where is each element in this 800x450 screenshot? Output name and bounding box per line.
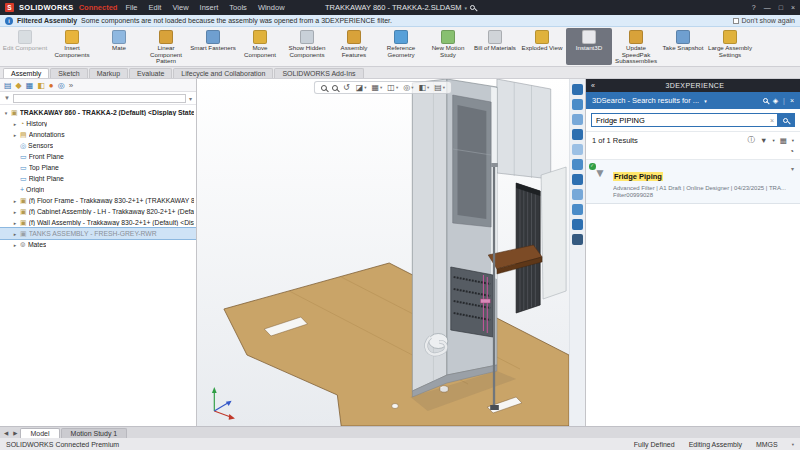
menu-item[interactable]: Window [255, 3, 288, 12]
zoom-fit-icon[interactable] [321, 85, 327, 91]
3dx-app-icon[interactable] [572, 129, 583, 140]
tree-expand-arrow-icon[interactable]: ▸ [12, 121, 18, 127]
3dx-app-icon[interactable] [572, 144, 583, 155]
tree-expand-arrow-icon[interactable]: ▸ [12, 209, 18, 215]
manager-pane-tab-icon[interactable]: ▦ [26, 81, 34, 90]
results-info-icon[interactable]: ⓘ [747, 135, 755, 145]
ribbon-button[interactable]: Show Hidden Components [284, 28, 330, 65]
ribbon-button[interactable]: Instant3D [566, 28, 612, 65]
tree-item[interactable]: ▸ ⊚ Mates [0, 239, 196, 250]
3dx-app-icon[interactable] [572, 189, 583, 200]
assembly-3d-model[interactable] [197, 79, 569, 426]
3dsearch-close-icon[interactable]: × [790, 97, 794, 104]
results-filter-icon[interactable]: ▼ [760, 136, 767, 145]
result-title[interactable]: Fridge Piping [613, 172, 663, 181]
maximize-button[interactable]: □ [779, 4, 783, 11]
command-tab[interactable]: Markup [89, 68, 128, 78]
tabs-forward-icon[interactable]: ▶ [11, 430, 19, 436]
3dx-app-icon[interactable] [572, 204, 583, 215]
tree-expand-arrow-icon[interactable]: ▾ [3, 110, 9, 116]
tree-item[interactable]: ▸ ▣ TANKS ASSEMBLY - FRESH-GREY-RWR [0, 228, 196, 239]
view-tool-button[interactable]: ◧ ▾ [418, 83, 429, 92]
view-tool-button[interactable]: ▤ ▾ [434, 83, 445, 92]
graphics-viewport[interactable]: ↺ ◪ ▾ ▦ ▾ ◫ ▾ ◎ ▾ ◧ [197, 79, 569, 426]
minimize-button[interactable]: — [764, 4, 771, 11]
dont-show-again-checkbox[interactable] [733, 18, 739, 24]
command-tab[interactable]: Sketch [50, 68, 87, 78]
ribbon-button[interactable]: Insert Components [49, 28, 95, 65]
titlebar-search-icon[interactable] [470, 5, 475, 10]
search-clear-icon[interactable]: × [767, 117, 777, 124]
units-chevron-icon[interactable]: ▾ [792, 442, 794, 447]
tree-item[interactable]: ▸ ▤ Annotations [0, 129, 196, 140]
tree-item[interactable]: ▭ Top Plane [0, 162, 196, 173]
tree-expand-arrow-icon[interactable]: ▸ [12, 231, 18, 237]
tabs-back-icon[interactable]: ◀ [2, 430, 10, 436]
3dx-app-icon[interactable] [572, 234, 583, 245]
3dx-app-icon[interactable] [572, 84, 583, 95]
3dx-app-icon[interactable] [572, 159, 583, 170]
ribbon-button[interactable]: Update SpeedPak Subassemblies [613, 28, 659, 65]
3dx-app-icon[interactable] [572, 174, 583, 185]
command-tab[interactable]: SOLIDWORKS Add-Ins [274, 68, 363, 78]
model-tab[interactable]: Motion Study 1 [61, 428, 128, 438]
menu-item[interactable]: View [169, 3, 191, 12]
search-result-card[interactable]: ▼ ✓ Fridge Piping Advanced Filter | A1 D… [586, 160, 800, 204]
view-tool-button[interactable]: ◫ ▾ [387, 83, 398, 92]
ribbon-button[interactable]: Edit Component [2, 28, 48, 65]
3dsearch-search-icon[interactable] [763, 98, 768, 103]
ribbon-button[interactable]: Take Snapshot [660, 28, 706, 65]
menu-item[interactable]: Tools [226, 3, 250, 12]
3dsearch-title-chevron-icon[interactable]: ▾ [704, 98, 707, 104]
results-filter-chevron-icon[interactable]: ▾ [772, 138, 774, 143]
manager-pane-tab-icon[interactable]: ● [49, 81, 54, 90]
ribbon-button[interactable]: Bill of Materials [472, 28, 518, 65]
result-expand-chevron-icon[interactable]: ▾ [791, 165, 794, 172]
menu-item[interactable]: Edit [146, 3, 165, 12]
tree-expand-arrow-icon[interactable]: ▸ [12, 242, 18, 248]
3dx-app-icon[interactable] [572, 219, 583, 230]
view-tool-button[interactable]: ▦ ▾ [371, 83, 382, 92]
results-view-toggle-icon[interactable]: ▦ [780, 136, 787, 145]
ribbon-button[interactable]: Mate [96, 28, 142, 65]
ribbon-button[interactable]: Linear Component Pattern [143, 28, 189, 65]
tree-item[interactable]: ▸ ▣ (f) Wall Assembly - Trakkaway 830-2+… [0, 217, 196, 228]
3dx-app-icon[interactable] [572, 99, 583, 110]
manager-pane-tab-icon[interactable]: ◎ [58, 81, 65, 90]
manager-pane-tab-icon[interactable]: ▤ [4, 81, 12, 90]
ribbon-button[interactable]: Exploded View [519, 28, 565, 65]
menu-item[interactable]: Insert [197, 3, 222, 12]
ribbon-button[interactable]: Assembly Features [331, 28, 377, 65]
manager-pane-tab-icon[interactable]: ◆ [16, 81, 22, 90]
filter-options-chevron-icon[interactable]: ▾ [189, 95, 192, 102]
tree-expand-arrow-icon[interactable]: ▸ [12, 132, 18, 138]
help-icon[interactable]: ? [752, 4, 756, 11]
history-clock-icon[interactable]: ◔ [789, 147, 794, 156]
menu-item[interactable]: File [122, 3, 140, 12]
close-button[interactable]: × [791, 4, 795, 11]
tree-item[interactable]: ▸ ▣ (f) Cabinet Assembly - LH - Trakkawa… [0, 206, 196, 217]
document-chevron-icon[interactable]: ▾ [465, 5, 468, 11]
tree-item[interactable]: + Origin [0, 184, 196, 195]
zoom-area-icon[interactable] [332, 85, 338, 91]
manager-pane-tab-icon[interactable]: » [69, 81, 73, 90]
manager-pane-tab-icon[interactable]: ◧ [37, 81, 45, 90]
tree-item[interactable]: ▭ Front Plane [0, 151, 196, 162]
command-tab[interactable]: Lifecycle and Collaboration [173, 68, 273, 78]
tree-item[interactable]: ▾ ▣ TRAKKAWAY 860 - TRAKKA-2 (Default) <… [0, 107, 196, 118]
dismiss-control[interactable]: Don't show again [733, 17, 795, 24]
ribbon-button[interactable]: Large Assembly Settings [707, 28, 753, 65]
tree-item[interactable]: ▭ Right Plane [0, 173, 196, 184]
ribbon-button[interactable]: Move Component [237, 28, 283, 65]
search-input[interactable] [592, 116, 767, 125]
3dx-app-icon[interactable] [572, 114, 583, 125]
view-tool-button[interactable]: ◎ ▾ [403, 83, 413, 92]
ribbon-button[interactable]: New Motion Study [425, 28, 471, 65]
search-submit-button[interactable] [777, 114, 794, 126]
command-tab[interactable]: Evaluate [129, 68, 172, 78]
results-view-chevron-icon[interactable]: ▾ [792, 138, 794, 143]
ribbon-button[interactable]: Reference Geometry [378, 28, 424, 65]
tree-filter-input[interactable] [13, 94, 186, 103]
model-tab[interactable]: Model [20, 428, 59, 438]
3dsearch-tag-icon[interactable]: ◈ [773, 97, 778, 105]
